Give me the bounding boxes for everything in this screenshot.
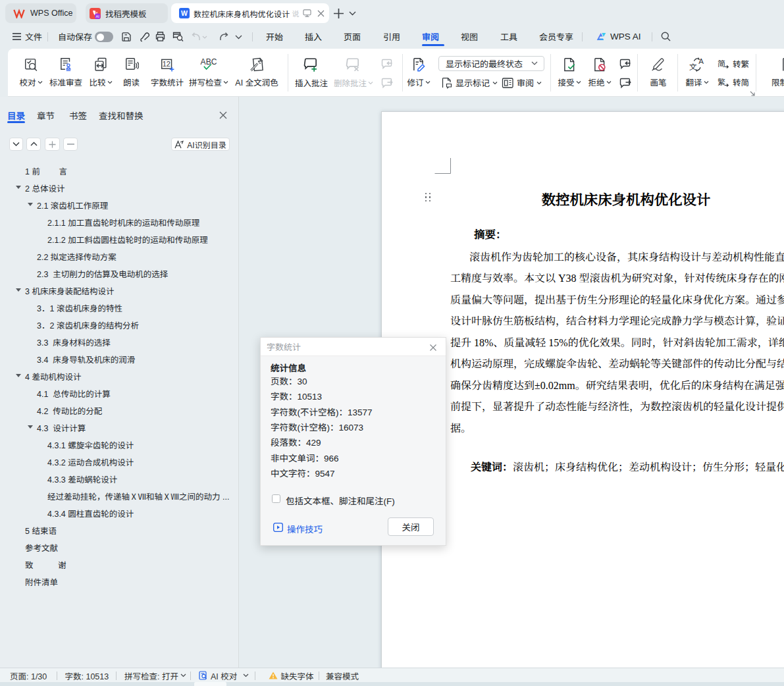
svg-text:A: A [698,57,704,65]
svg-text:12: 12 [162,60,170,68]
svg-text:W: W [181,9,188,17]
svg-text:简: 简 [718,59,725,68]
svg-text:ABC: ABC [201,57,217,66]
svg-text:AI: AI [96,14,100,18]
svg-text:繁: 繁 [718,78,725,87]
